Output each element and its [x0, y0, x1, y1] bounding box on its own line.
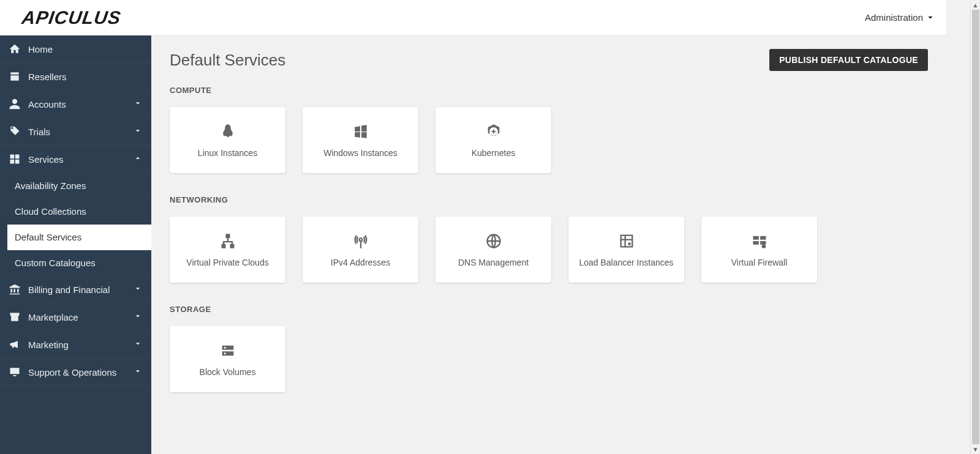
card-label: Block Volumes [200, 367, 256, 377]
service-card-kubernetes[interactable]: Kubernetes [435, 107, 551, 173]
card-label: Virtual Private Clouds [186, 258, 268, 267]
sidebar-item-label: Custom Catalogues [15, 258, 96, 268]
chevron-down-icon [133, 339, 143, 351]
service-card-windows-instances[interactable]: Windows Instances [303, 107, 418, 173]
megaphone-icon [9, 338, 21, 351]
card-row-storage: Block Volumes [170, 326, 928, 392]
caret-down-icon [927, 14, 934, 21]
sidebar-item-billing[interactable]: Billing and Financial [0, 276, 151, 303]
sidebar-item-label: Support & Operations [28, 367, 116, 378]
card-label: Linux Instances [198, 148, 257, 158]
kubernetes-icon [484, 122, 503, 141]
topbar: APICULUS Administration [0, 0, 946, 35]
service-card-dns-management[interactable]: DNS Management [435, 217, 551, 283]
page-title: Default Services [170, 51, 285, 70]
stack-icon [9, 153, 21, 165]
antenna-icon [352, 232, 370, 250]
section-label-networking: NETWORKING [170, 195, 928, 204]
network-icon [219, 232, 237, 250]
linux-icon [219, 122, 237, 141]
home-icon [9, 43, 21, 55]
chevron-down-icon [133, 367, 143, 378]
logo: APICULUS [21, 7, 123, 28]
sidebar-item-cloud-collections[interactable]: Cloud Collections [7, 199, 151, 225]
sidebar-item-default-services[interactable]: Default Services [7, 225, 151, 250]
account-icon [9, 98, 21, 110]
sidebar-item-label: Home [28, 44, 53, 54]
sidebar-item-label: Marketplace [28, 312, 78, 322]
sidebar-item-label: Marketing [28, 340, 69, 350]
card-label: Load Balancer Instances [579, 258, 673, 267]
service-card-load-balancer-instances[interactable]: Load Balancer Instances [568, 217, 684, 283]
sidebar-item-label: Services [28, 154, 64, 165]
chevron-down-icon [133, 99, 143, 110]
card-row-compute: Linux Instances Windows Instances Kubern… [170, 107, 928, 173]
card-label: DNS Management [458, 258, 529, 267]
windows-icon [352, 122, 370, 141]
administration-menu[interactable]: Administration [865, 12, 934, 23]
sidebar-item-label: Accounts [28, 99, 66, 110]
section-label-storage: STORAGE [170, 305, 928, 314]
administration-label: Administration [865, 12, 923, 23]
section-label-compute: COMPUTE [170, 86, 928, 95]
sidebar-item-label: Default Services [15, 232, 81, 242]
service-card-ipv4-addresses[interactable]: IPv4 Addresses [303, 217, 418, 283]
storage-icon [219, 341, 237, 360]
chevron-down-icon [133, 311, 143, 323]
card-label: Windows Instances [323, 148, 398, 158]
sidebar-item-services[interactable]: Services [0, 146, 151, 173]
sidebar-item-label: Cloud Collections [15, 206, 86, 217]
service-card-virtual-firewall[interactable]: Virtual Firewall [701, 217, 817, 283]
sidebar-item-marketing[interactable]: Marketing [0, 331, 151, 359]
sidebar-item-resellers[interactable]: Resellers [0, 63, 151, 91]
page-header: Default Services PUBLISH DEFAULT CATALOG… [170, 49, 928, 71]
card-row-networking: Virtual Private Clouds IPv4 Addresses DN… [170, 217, 928, 283]
sidebar-item-support[interactable]: Support & Operations [0, 359, 151, 386]
sidebar: Home Resellers Accounts Trials Services … [0, 35, 151, 454]
badge-icon [9, 70, 21, 83]
main-content: Default Services PUBLISH DEFAULT CATALOG… [151, 35, 946, 454]
sidebar-item-trials[interactable]: Trials [0, 118, 151, 146]
publish-default-catalogue-button[interactable]: PUBLISH DEFAULT CATALOGUE [769, 49, 928, 71]
sidebar-item-marketplace[interactable]: Marketplace [0, 303, 151, 331]
chevron-down-icon [133, 126, 143, 138]
sidebar-item-custom-catalogues[interactable]: Custom Catalogues [7, 250, 151, 276]
sidebar-item-availability-zones[interactable]: Availability Zones [7, 173, 151, 199]
firewall-icon [750, 232, 769, 250]
service-card-block-volumes[interactable]: Block Volumes [170, 326, 285, 392]
sidebar-item-label: Resellers [28, 72, 67, 82]
vertical-scrollbar[interactable]: ▲ ▼ [970, 0, 980, 454]
store-icon [9, 311, 21, 323]
sidebar-item-label: Availability Zones [15, 180, 86, 191]
chevron-up-icon [133, 154, 143, 165]
card-label: Virtual Firewall [731, 258, 788, 267]
sidebar-item-label: Trials [28, 127, 50, 137]
scroll-thumb[interactable] [972, 10, 979, 444]
sidebar-item-accounts[interactable]: Accounts [0, 91, 151, 118]
loadbalancer-icon [617, 232, 636, 250]
service-card-linux-instances[interactable]: Linux Instances [170, 107, 285, 173]
sidebar-item-home[interactable]: Home [0, 35, 151, 63]
bank-icon [9, 283, 21, 296]
chevron-down-icon [133, 284, 143, 296]
sidebar-item-label: Billing and Financial [28, 285, 110, 295]
tag-icon [9, 125, 21, 138]
scroll-down-arrow-icon[interactable]: ▼ [971, 444, 981, 454]
card-label: Kubernetes [472, 148, 516, 158]
globe-icon [484, 232, 503, 250]
service-card-virtual-private-clouds[interactable]: Virtual Private Clouds [170, 217, 285, 283]
monitor-icon [9, 366, 21, 378]
scroll-up-arrow-icon[interactable]: ▲ [971, 0, 981, 10]
card-label: IPv4 Addresses [331, 258, 390, 267]
